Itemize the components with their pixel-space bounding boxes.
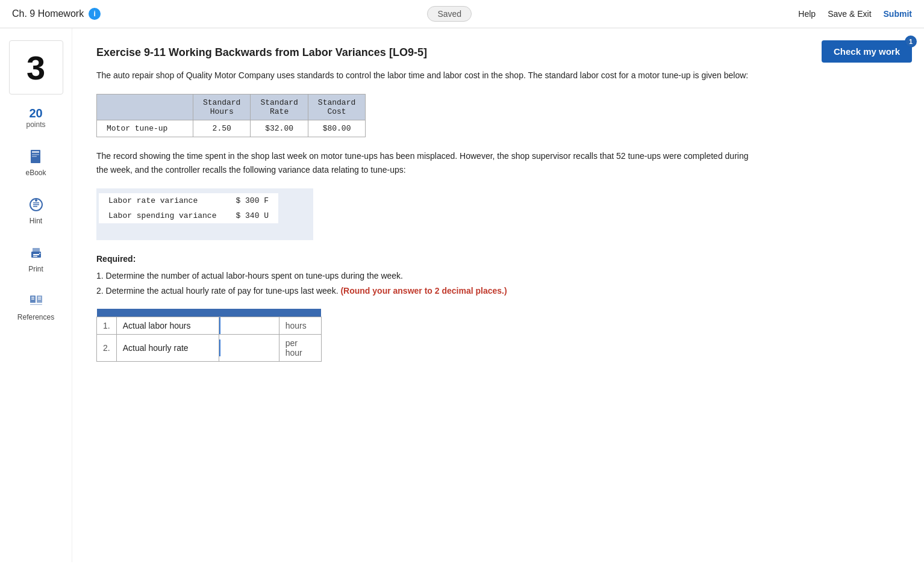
sidebar-item-ebook[interactable]: eBook <box>9 141 63 183</box>
points-value: 20 <box>26 107 45 120</box>
sidebar-item-print[interactable]: Print <box>9 237 63 279</box>
svg-rect-19 <box>38 299 41 300</box>
sidebar-item-references[interactable]: References <box>9 285 63 327</box>
per-hour-unit: perhour <box>279 335 321 362</box>
submit-link[interactable]: Submit <box>884 9 912 19</box>
svg-rect-3 <box>32 156 37 157</box>
std-col-rate: StandardRate <box>251 94 308 120</box>
page-title: Ch. 9 Homework <box>12 8 84 19</box>
sidebar-item-hint[interactable]: Hint <box>9 189 63 231</box>
answer-row-1: 1. Actual labor hours hours <box>97 317 322 335</box>
help-link[interactable]: Help <box>798 9 816 19</box>
svg-rect-10 <box>33 248 40 252</box>
print-label: Print <box>28 265 43 273</box>
svg-rect-2 <box>32 154 39 155</box>
print-icon <box>27 243 46 262</box>
references-icon <box>27 291 46 311</box>
header-left: Ch. 9 Homework i <box>12 8 101 20</box>
ebook-icon <box>27 147 46 166</box>
variance-val-1: $ 300 F <box>226 193 278 208</box>
hours-unit: hours <box>279 317 321 335</box>
sidebar: 3 20 points eBook <box>0 28 72 562</box>
answer-table: 1. Actual labor hours hours 2. Actual ho… <box>96 309 322 362</box>
points-label: points <box>26 120 45 129</box>
std-col-hours: StandardHours <box>193 94 251 120</box>
svg-point-5 <box>35 199 37 202</box>
references-label: References <box>17 313 54 321</box>
content-area: Check my work 1 Exercise 9-11 Working Ba… <box>72 28 924 562</box>
required-item-2: 2. Determine the actual hourly rate of p… <box>96 284 900 299</box>
actual-labor-hours-input-cell[interactable] <box>219 317 279 335</box>
variance-row-1: Labor rate variance $ 300 F <box>99 193 278 208</box>
std-rate-val: $32.00 <box>251 120 308 137</box>
ebook-label: eBook <box>25 169 46 177</box>
item-name: Motor tune-up <box>97 120 193 137</box>
required-item-1: 1. Determine the number of actual labor-… <box>96 268 900 284</box>
points-section: 20 points <box>26 107 45 129</box>
info-icon[interactable]: i <box>89 8 101 20</box>
row-num-1: 1. <box>97 317 117 335</box>
svg-rect-20 <box>30 304 42 305</box>
hint-icon <box>27 195 46 214</box>
std-col-item <box>97 94 193 120</box>
variance-label-1: Labor rate variance <box>99 193 226 208</box>
table-row: Motor tune-up 2.50 $32.00 $80.00 <box>97 120 366 137</box>
check-badge: 1 <box>905 36 917 48</box>
variance-table: Labor rate variance $ 300 F Labor spendi… <box>99 193 278 223</box>
save-exit-link[interactable]: Save & Exit <box>828 9 871 19</box>
actual-labor-hours-label: Actual labor hours <box>116 317 219 335</box>
check-my-work-button[interactable]: Check my work 1 <box>822 40 912 63</box>
std-hours-val: 2.50 <box>193 120 251 137</box>
actual-hourly-rate-input-cell[interactable] <box>219 335 279 362</box>
svg-rect-11 <box>33 254 39 255</box>
variance-label-2: Labor spending variance <box>99 208 226 223</box>
standard-table: StandardHours StandardRate StandardCost … <box>96 94 366 137</box>
actual-hourly-rate-label: Actual hourly rate <box>116 335 219 362</box>
round-note: (Round your answer to 2 decimal places.) <box>340 286 507 296</box>
answer-table-container: 1. Actual labor hours hours 2. Actual ho… <box>96 309 900 362</box>
svg-point-13 <box>39 253 40 254</box>
row-num-2: 2. <box>97 335 117 362</box>
svg-rect-18 <box>38 297 41 298</box>
saved-badge: Saved <box>427 6 472 22</box>
header-right: Help Save & Exit Submit <box>798 9 912 19</box>
svg-rect-15 <box>31 297 34 298</box>
actual-labor-hours-input[interactable] <box>219 317 279 334</box>
description-2: The record showing the time spent in the… <box>96 149 759 176</box>
variance-row-2: Labor spending variance $ 340 U <box>99 208 278 223</box>
required-label: Required: <box>96 254 900 264</box>
answer-row-2: 2. Actual hourly rate perhour <box>97 335 322 362</box>
std-col-cost: StandardCost <box>308 94 365 120</box>
variance-table-wrapper: Labor rate variance $ 300 F Labor spendi… <box>96 188 313 240</box>
description-1: The auto repair shop of Quality Motor Co… <box>96 69 759 82</box>
required-section: Required: 1. Determine the number of act… <box>96 254 900 299</box>
actual-hourly-rate-input[interactable] <box>219 339 279 356</box>
required-list: 1. Determine the number of actual labor-… <box>96 268 900 299</box>
hint-label: Hint <box>30 217 42 225</box>
variance-val-2: $ 340 U <box>226 208 278 223</box>
svg-rect-12 <box>33 256 37 257</box>
exercise-title: Exercise 9-11 Working Backwards from Lab… <box>96 46 900 59</box>
header: Ch. 9 Homework i Saved Help Save & Exit … <box>0 0 924 28</box>
std-cost-val: $80.00 <box>308 120 365 137</box>
check-btn-container: Check my work 1 <box>822 40 912 63</box>
svg-rect-16 <box>31 299 34 300</box>
svg-rect-1 <box>32 151 39 153</box>
question-number: 3 <box>9 40 63 94</box>
answer-table-header <box>97 309 322 317</box>
main-layout: 3 20 points eBook <box>0 28 924 562</box>
